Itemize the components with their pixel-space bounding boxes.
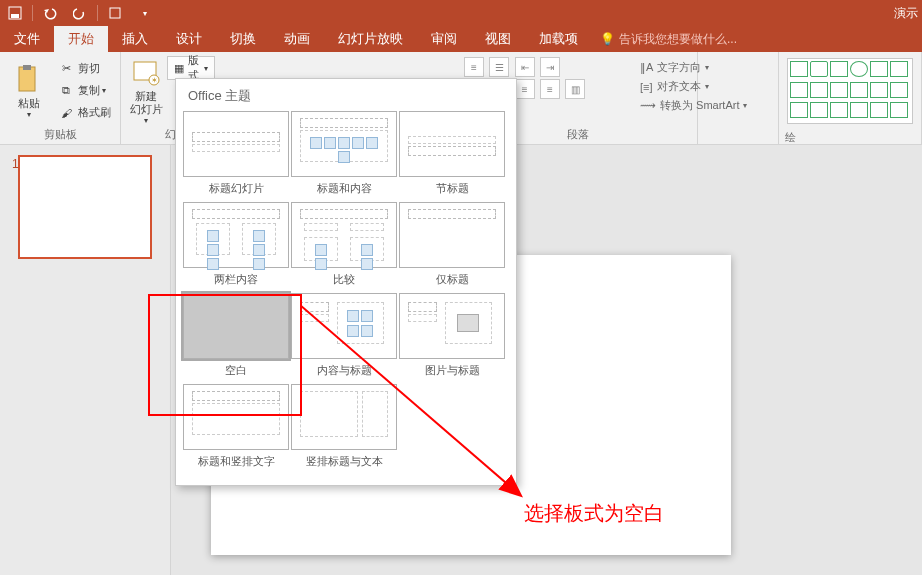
drawing-label: 绘 (783, 128, 917, 145)
shapes-gallery[interactable] (787, 58, 913, 124)
tab-transition[interactable]: 切换 (216, 26, 270, 52)
redo-icon[interactable] (65, 0, 95, 26)
tab-home[interactable]: 开始 (54, 26, 108, 52)
align-text-button[interactable]: [≡]对齐文本▾ (640, 79, 747, 94)
save-icon[interactable] (0, 0, 30, 26)
thumbnail-pane[interactable]: 1 (0, 145, 171, 575)
clipboard-label: 剪贴板 (4, 127, 116, 144)
layout-gallery: 标题幻灯片 标题和内容 节标题 两栏内容 比较 仅标题 空白 内容与标题 (176, 111, 516, 475)
title-bar: ▾ 演示 (0, 0, 922, 26)
smartart-button[interactable]: ⟿转换为 SmartArt▾ (640, 98, 747, 113)
tab-addins[interactable]: 加载项 (525, 26, 592, 52)
align-right-icon[interactable]: ≡ (515, 79, 535, 99)
title-text: 演示 (894, 0, 918, 26)
paste-button[interactable]: 粘贴 ▾ (4, 54, 54, 127)
cut-button[interactable]: ✂剪切 (54, 58, 115, 80)
layout-title-vertical-text[interactable]: 标题和竖排文字 (182, 384, 290, 469)
layout-dropdown: Office 主题 标题幻灯片 标题和内容 节标题 两栏内容 比较 仅标题 空白 (175, 78, 517, 486)
align-text-icon: [≡] (640, 81, 653, 93)
indent-left-icon[interactable]: ⇤ (515, 57, 535, 77)
tellme-placeholder: 告诉我您想要做什么... (619, 26, 737, 52)
ribbon-tabs: 文件 开始 插入 设计 切换 动画 幻灯片放映 审阅 视图 加载项 💡 告诉我您… (0, 26, 922, 52)
layout-title-content[interactable]: 标题和内容 (290, 111, 398, 196)
layout-title-slide[interactable]: 标题幻灯片 (182, 111, 290, 196)
layout-button[interactable]: ▦ 版式▾ (167, 56, 215, 80)
layout-title-only[interactable]: 仅标题 (398, 202, 506, 287)
touch-mode-icon[interactable] (100, 0, 130, 26)
columns-icon[interactable]: ▥ (565, 79, 585, 99)
tab-design[interactable]: 设计 (162, 26, 216, 52)
tab-slideshow[interactable]: 幻灯片放映 (324, 26, 417, 52)
svg-rect-2 (110, 8, 120, 18)
svg-text:✶: ✶ (151, 76, 158, 85)
smartart-icon: ⟿ (640, 99, 656, 112)
tab-file[interactable]: 文件 (0, 26, 54, 52)
svg-rect-4 (23, 65, 31, 70)
slide-thumbnail-1[interactable] (18, 155, 152, 259)
svg-rect-3 (19, 67, 35, 91)
brush-icon: 🖌 (58, 105, 74, 121)
slide-number: 1 (12, 157, 19, 171)
text-direction-icon: ‖A (640, 61, 653, 74)
layout-vertical-title-text[interactable]: 竖排标题与文本 (290, 384, 398, 469)
svg-rect-1 (11, 14, 19, 18)
bulb-icon: 💡 (600, 26, 615, 52)
layout-two-content[interactable]: 两栏内容 (182, 202, 290, 287)
copy-icon: ⧉ (58, 83, 74, 99)
bullets-icon[interactable]: ≡ (464, 57, 484, 77)
numbering-icon[interactable]: ☰ (489, 57, 509, 77)
copy-button[interactable]: ⧉复制▾ (54, 80, 115, 102)
undo-icon[interactable] (35, 0, 65, 26)
new-slide-button[interactable]: ✶ 新建 幻灯片 ▾ (125, 54, 167, 127)
layout-comparison[interactable]: 比较 (290, 202, 398, 287)
paste-icon (13, 63, 45, 95)
tab-review[interactable]: 审阅 (417, 26, 471, 52)
new-slide-icon: ✶ (130, 56, 162, 88)
tell-me[interactable]: 💡 告诉我您想要做什么... (600, 26, 737, 52)
tab-animation[interactable]: 动画 (270, 26, 324, 52)
indent-right-icon[interactable]: ⇥ (540, 57, 560, 77)
layout-blank[interactable]: 空白 (182, 293, 290, 378)
customize-qat-icon[interactable]: ▾ (130, 0, 160, 26)
dropdown-header: Office 主题 (176, 79, 516, 111)
cut-icon: ✂ (58, 61, 74, 77)
group-drawing: 绘 (778, 52, 922, 144)
layout-picture-caption[interactable]: 图片与标题 (398, 293, 506, 378)
justify-icon[interactable]: ≡ (540, 79, 560, 99)
format-painter-button[interactable]: 🖌格式刷 (54, 102, 115, 124)
group-clipboard: 粘贴 ▾ ✂剪切 ⧉复制▾ 🖌格式刷 剪贴板 (0, 52, 121, 144)
text-direction-button[interactable]: ‖A文字方向▾ (640, 60, 747, 75)
layout-icon: ▦ (174, 62, 184, 75)
tab-insert[interactable]: 插入 (108, 26, 162, 52)
layout-content-caption[interactable]: 内容与标题 (290, 293, 398, 378)
annotation-text: 选择板式为空白 (524, 500, 664, 527)
layout-section-header[interactable]: 节标题 (398, 111, 506, 196)
tab-view[interactable]: 视图 (471, 26, 525, 52)
